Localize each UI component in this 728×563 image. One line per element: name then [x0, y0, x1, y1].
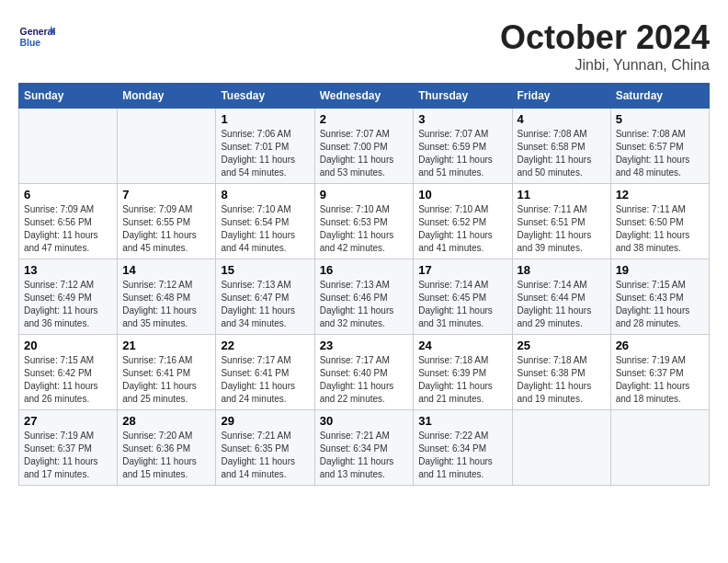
day-number: 11	[518, 188, 606, 201]
day-info: Sunrise: 7:13 AM Sunset: 6:47 PM Dayligh…	[221, 279, 309, 330]
day-info: Sunrise: 7:10 AM Sunset: 6:54 PM Dayligh…	[221, 203, 309, 255]
day-info: Sunrise: 7:08 AM Sunset: 6:58 PM Dayligh…	[518, 128, 606, 179]
day-info: Sunrise: 7:19 AM Sunset: 6:37 PM Dayligh…	[616, 354, 704, 406]
day-number: 22	[221, 339, 309, 352]
day-number: 29	[221, 414, 309, 428]
day-info: Sunrise: 7:07 AM Sunset: 7:00 PM Dayligh…	[320, 128, 409, 179]
calendar-day-cell: 27Sunrise: 7:19 AM Sunset: 6:37 PM Dayli…	[19, 410, 118, 486]
calendar-day-cell: 2Sunrise: 7:07 AM Sunset: 7:00 PM Daylig…	[314, 109, 414, 184]
day-info: Sunrise: 7:15 AM Sunset: 6:42 PM Dayligh…	[24, 354, 112, 406]
calendar-week-row: 1Sunrise: 7:06 AM Sunset: 7:01 PM Daylig…	[19, 109, 710, 184]
day-number: 14	[122, 263, 210, 277]
day-number: 6	[24, 188, 112, 201]
day-info: Sunrise: 7:14 AM Sunset: 6:45 PM Dayligh…	[418, 279, 506, 330]
day-info: Sunrise: 7:22 AM Sunset: 6:34 PM Dayligh…	[418, 430, 506, 481]
calendar-day-cell: 18Sunrise: 7:14 AM Sunset: 6:44 PM Dayli…	[512, 259, 610, 335]
calendar-day-cell: 13Sunrise: 7:12 AM Sunset: 6:49 PM Dayli…	[19, 259, 118, 335]
day-info: Sunrise: 7:19 AM Sunset: 6:37 PM Dayligh…	[24, 430, 112, 481]
weekday-header-row: SundayMondayTuesdayWednesdayThursdayFrid…	[19, 84, 710, 109]
day-number: 16	[320, 263, 409, 277]
day-number: 5	[616, 112, 704, 126]
day-info: Sunrise: 7:13 AM Sunset: 6:46 PM Dayligh…	[320, 279, 409, 330]
day-info: Sunrise: 7:14 AM Sunset: 6:44 PM Dayligh…	[518, 279, 606, 330]
day-number: 10	[418, 188, 506, 201]
calendar-day-cell: 3Sunrise: 7:07 AM Sunset: 6:59 PM Daylig…	[414, 109, 512, 184]
calendar-day-cell: 26Sunrise: 7:19 AM Sunset: 6:37 PM Dayli…	[610, 335, 709, 410]
weekday-header-cell: Friday	[512, 84, 610, 109]
day-number: 27	[24, 414, 112, 428]
calendar-day-cell: 5Sunrise: 7:08 AM Sunset: 6:57 PM Daylig…	[610, 109, 709, 184]
day-number: 25	[518, 339, 606, 352]
svg-text:Blue: Blue	[20, 38, 41, 48]
calendar-day-cell: 25Sunrise: 7:18 AM Sunset: 6:38 PM Dayli…	[512, 335, 610, 410]
calendar-week-row: 20Sunrise: 7:15 AM Sunset: 6:42 PM Dayli…	[19, 335, 710, 410]
svg-text:General: General	[20, 27, 55, 37]
calendar-day-cell	[118, 109, 216, 184]
day-number: 18	[518, 263, 606, 277]
calendar-day-cell	[610, 410, 709, 486]
logo-icon: General Blue	[18, 18, 55, 55]
calendar-table: SundayMondayTuesdayWednesdayThursdayFrid…	[18, 83, 710, 486]
weekday-header-cell: Thursday	[414, 84, 512, 109]
day-number: 7	[122, 188, 210, 201]
day-info: Sunrise: 7:16 AM Sunset: 6:41 PM Dayligh…	[122, 354, 210, 406]
day-number: 8	[221, 188, 309, 201]
day-number: 12	[616, 188, 704, 201]
calendar-day-cell: 30Sunrise: 7:21 AM Sunset: 6:34 PM Dayli…	[314, 410, 414, 486]
calendar-week-row: 6Sunrise: 7:09 AM Sunset: 6:56 PM Daylig…	[19, 184, 710, 259]
calendar-day-cell: 12Sunrise: 7:11 AM Sunset: 6:50 PM Dayli…	[610, 184, 709, 259]
day-info: Sunrise: 7:17 AM Sunset: 6:40 PM Dayligh…	[320, 354, 409, 406]
calendar-day-cell: 29Sunrise: 7:21 AM Sunset: 6:35 PM Dayli…	[216, 410, 314, 486]
calendar-day-cell: 14Sunrise: 7:12 AM Sunset: 6:48 PM Dayli…	[118, 259, 216, 335]
calendar-week-row: 13Sunrise: 7:12 AM Sunset: 6:49 PM Dayli…	[19, 259, 710, 335]
calendar-day-cell: 17Sunrise: 7:14 AM Sunset: 6:45 PM Dayli…	[414, 259, 512, 335]
day-number: 30	[320, 414, 409, 428]
day-number: 17	[418, 263, 506, 277]
calendar-day-cell: 9Sunrise: 7:10 AM Sunset: 6:53 PM Daylig…	[314, 184, 414, 259]
day-number: 28	[122, 414, 210, 428]
page-header: General Blue October 2024 Jinbi, Yunnan,…	[18, 18, 710, 74]
calendar-week-row: 27Sunrise: 7:19 AM Sunset: 6:37 PM Dayli…	[19, 410, 710, 486]
day-info: Sunrise: 7:20 AM Sunset: 6:36 PM Dayligh…	[122, 430, 210, 481]
day-info: Sunrise: 7:09 AM Sunset: 6:56 PM Dayligh…	[24, 203, 112, 255]
calendar-day-cell: 10Sunrise: 7:10 AM Sunset: 6:52 PM Dayli…	[414, 184, 512, 259]
calendar-day-cell: 19Sunrise: 7:15 AM Sunset: 6:43 PM Dayli…	[610, 259, 709, 335]
day-info: Sunrise: 7:12 AM Sunset: 6:49 PM Dayligh…	[24, 279, 112, 330]
title-block: October 2024 Jinbi, Yunnan, China	[500, 18, 710, 74]
calendar-day-cell: 11Sunrise: 7:11 AM Sunset: 6:51 PM Dayli…	[512, 184, 610, 259]
day-info: Sunrise: 7:08 AM Sunset: 6:57 PM Dayligh…	[616, 128, 704, 179]
calendar-day-cell: 28Sunrise: 7:20 AM Sunset: 6:36 PM Dayli…	[118, 410, 216, 486]
day-number: 24	[418, 339, 506, 352]
calendar-day-cell	[512, 410, 610, 486]
calendar-day-cell: 1Sunrise: 7:06 AM Sunset: 7:01 PM Daylig…	[216, 109, 314, 184]
weekday-header-cell: Tuesday	[216, 84, 314, 109]
day-info: Sunrise: 7:21 AM Sunset: 6:35 PM Dayligh…	[221, 430, 309, 481]
day-number: 23	[320, 339, 409, 352]
day-info: Sunrise: 7:18 AM Sunset: 6:38 PM Dayligh…	[518, 354, 606, 406]
calendar-body: 1Sunrise: 7:06 AM Sunset: 7:01 PM Daylig…	[19, 109, 710, 486]
location: Jinbi, Yunnan, China	[500, 57, 710, 74]
day-info: Sunrise: 7:09 AM Sunset: 6:55 PM Dayligh…	[122, 203, 210, 255]
calendar-day-cell: 6Sunrise: 7:09 AM Sunset: 6:56 PM Daylig…	[19, 184, 118, 259]
day-info: Sunrise: 7:11 AM Sunset: 6:50 PM Dayligh…	[616, 203, 704, 255]
weekday-header-cell: Wednesday	[314, 84, 414, 109]
day-number: 15	[221, 263, 309, 277]
day-info: Sunrise: 7:17 AM Sunset: 6:41 PM Dayligh…	[221, 354, 309, 406]
day-info: Sunrise: 7:18 AM Sunset: 6:39 PM Dayligh…	[418, 354, 506, 406]
day-info: Sunrise: 7:10 AM Sunset: 6:52 PM Dayligh…	[418, 203, 506, 255]
day-number: 1	[221, 112, 309, 126]
calendar-day-cell: 31Sunrise: 7:22 AM Sunset: 6:34 PM Dayli…	[414, 410, 512, 486]
day-number: 2	[320, 112, 409, 126]
calendar-day-cell: 23Sunrise: 7:17 AM Sunset: 6:40 PM Dayli…	[314, 335, 414, 410]
day-info: Sunrise: 7:12 AM Sunset: 6:48 PM Dayligh…	[122, 279, 210, 330]
weekday-header-cell: Saturday	[610, 84, 709, 109]
day-info: Sunrise: 7:11 AM Sunset: 6:51 PM Dayligh…	[518, 203, 606, 255]
calendar-day-cell: 16Sunrise: 7:13 AM Sunset: 6:46 PM Dayli…	[314, 259, 414, 335]
day-number: 31	[418, 414, 506, 428]
calendar-day-cell: 24Sunrise: 7:18 AM Sunset: 6:39 PM Dayli…	[414, 335, 512, 410]
day-number: 21	[122, 339, 210, 352]
day-number: 20	[24, 339, 112, 352]
day-number: 9	[320, 188, 409, 201]
day-info: Sunrise: 7:21 AM Sunset: 6:34 PM Dayligh…	[320, 430, 409, 481]
day-number: 26	[616, 339, 704, 352]
